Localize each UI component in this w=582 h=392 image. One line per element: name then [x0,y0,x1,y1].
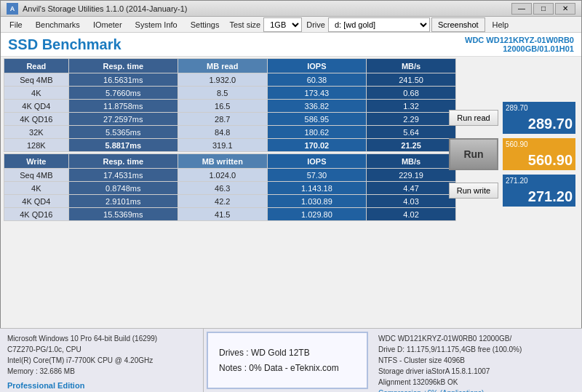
fs-info: NTFS - Cluster size 4096B [378,355,575,366]
title-bar-left: A Anvil's Storage Utilities 1.1.0 (2014-… [7,3,187,15]
content-area: Read Resp. time MB read IOPS MB/s Seq 4M… [1,57,581,375]
drives-note: Drives : WD Gold 12TB [219,345,356,360]
title-bar: A Anvil's Storage Utilities 1.1.0 (2014-… [1,1,581,17]
row-resp: 27.2597ms [68,113,178,126]
table-row: 32K 5.5365ms 84.8 180.62 5.64 [4,126,456,139]
menu-benchmarks[interactable]: Benchmarks [30,17,86,32]
iops-col-header: IOPS [267,59,366,73]
write-score-label: 271.20 [506,177,528,185]
read-header-row: Read Resp. time MB read IOPS MB/s [4,59,456,73]
menu-file[interactable]: File [4,17,28,32]
table-row: 4K QD4 2.9101ms 42.2 1.030.89 4.03 [4,195,456,208]
total-score-label: 560.90 [506,140,528,148]
menu-system-info[interactable]: System Info [129,17,183,32]
row-iops: 170.02 [267,139,366,152]
mbwritten-col-header: MB written [178,154,267,169]
row-label: Seq 4MB [4,73,69,87]
row-label: 32K [4,126,69,139]
row-mb: 41.5 [178,208,267,221]
write-score-box: 271.20 271.20 [503,175,575,207]
table-row: 4K QD16 27.2597ms 28.7 586.95 2.29 [4,113,456,126]
row-resp: 2.9101ms [68,195,178,208]
test-size-group: Test size 1GB [229,17,302,32]
table-row: Seq 4MB 16.5631ms 1.932.0 60.38 241.50 [4,73,456,87]
row-mb: 319.1 [178,139,267,152]
bottom-system-info: Microsoft Windows 10 Pro 64-bit Build (1… [0,329,204,392]
write-col-header: Write [4,154,69,169]
row-resp: 0.8748ms [68,182,178,195]
test-size-label: Test size [229,20,260,29]
row-mbs: 229.19 [367,169,456,182]
row-iops: 60.38 [267,73,366,87]
table-row: 4K QD4 11.8758ms 16.5 336.82 1.32 [4,100,456,113]
row-mb: 46.3 [178,182,267,195]
run-score-row: Run 560.90 560.90 [449,138,575,170]
read-score-label: 289.70 [506,104,528,112]
read-score-row: Run read 289.70 289.70 [449,102,575,134]
row-mb: 84.8 [178,126,267,139]
title-bar-controls: — □ ✕ [511,3,575,15]
row-iops: 1.029.80 [267,208,366,221]
row-mbs: 21.25 [367,139,456,152]
drive-info-line1: WDC WD121KRYZ-01W0RB0 [465,36,574,44]
row-resp: 5.7660ms [68,87,178,100]
sys-cpu-detail: Intel(R) Core(TM) i7-7700K CPU @ 4.20GHz [7,355,196,366]
drive-select[interactable]: d: [wd gold] [328,17,430,32]
row-label: 4K [4,87,69,100]
write-score-value: 271.20 [528,188,573,205]
iops-write-col-header: IOPS [267,154,366,169]
test-size-select[interactable]: 1GB [263,17,302,32]
row-resp: 17.4531ms [68,169,178,182]
row-resp: 5.5365ms [68,126,178,139]
drive-info: WDC WD121KRYZ-01W0RB0 12000GB/01.01H01 [465,36,574,53]
row-mbs: 4.47 [367,182,456,195]
row-iops: 1.030.89 [267,195,366,208]
row-iops: 586.95 [267,113,366,126]
resp-col-header: Resp. time [68,59,178,73]
write-table: Write Resp. time MB written IOPS MB/s Se… [4,153,456,221]
row-label: Seq 4MB [4,169,69,182]
scores-and-buttons-panel: Run read 289.70 289.70 Run 560.90 560.90… [449,58,575,207]
ssd-title: SSD Benchmark [8,36,121,53]
run-write-button[interactable]: Run write [449,183,498,199]
row-resp: 15.5369ms [68,208,178,221]
menu-bar: File Benchmarks IOmeter System Info Sett… [1,17,581,33]
row-mb: 8.5 [178,87,267,100]
mbread-col-header: MB read [178,59,267,73]
row-mbs: 2.29 [367,113,456,126]
row-label: 128K [4,139,69,152]
total-score-box: 560.90 560.90 [503,138,575,170]
row-resp: 16.5631ms [68,73,178,87]
professional-label: Professional Edition [7,380,196,392]
drive-info-line2: 12000GB/01.01H01 [465,44,574,53]
maximize-button[interactable]: □ [533,3,554,15]
drive-label: Drive [306,20,325,29]
row-mb: 42.2 [178,195,267,208]
row-mb: 1.932.0 [178,73,267,87]
run-read-button[interactable]: Run read [449,110,498,126]
menu-settings[interactable]: Settings [185,17,226,32]
row-iops: 57.30 [267,169,366,182]
write-score-row: Run write 271.20 271.20 [449,175,575,207]
row-mbs: 4.02 [367,208,456,221]
row-label: 4K QD4 [4,100,69,113]
row-iops: 173.43 [267,87,366,100]
bottom-drive-info: WDC WD121KRYZ-01W0RB0 12000GB/ Drive D: … [371,329,582,392]
sys-cpu-model: C7Z270-PG/1.0c, CPU [7,344,196,355]
mbs-col-header: MB/s [367,59,456,73]
row-mbs: 5.64 [367,126,456,139]
menu-iometer[interactable]: IOmeter [87,17,128,32]
row-mb: 1.024.0 [178,169,267,182]
close-button[interactable]: ✕ [555,3,575,15]
read-table: Read Resp. time MB read IOPS MB/s Seq 4M… [4,58,456,152]
menu-help[interactable]: Help [487,17,515,32]
row-mb: 16.5 [178,100,267,113]
read-score-box: 289.70 289.70 [503,102,575,134]
table-row: 4K 0.8748ms 46.3 1.143.18 4.47 [4,182,456,195]
screenshot-button[interactable]: Screenshot [431,17,485,32]
row-label: 4K QD4 [4,195,69,208]
minimize-button[interactable]: — [511,3,532,15]
run-button[interactable]: Run [449,138,498,170]
window-title: Anvil's Storage Utilities 1.1.0 (2014-Ja… [23,4,187,13]
bottom-bar: Microsoft Windows 10 Pro 64-bit Build (1… [0,328,582,392]
